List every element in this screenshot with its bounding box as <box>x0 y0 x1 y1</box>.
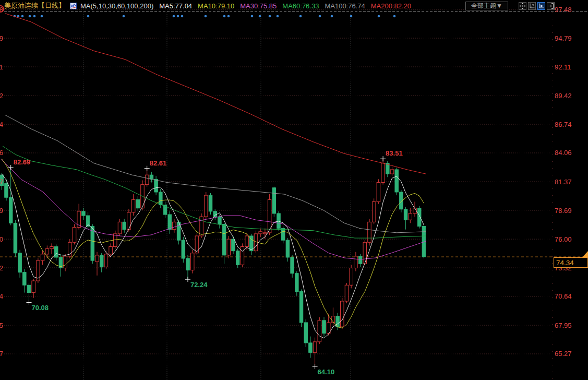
event-dot[interactable] <box>21 15 24 18</box>
candle-body-down[interactable] <box>358 256 362 264</box>
candle-body-down[interactable] <box>272 188 276 213</box>
candle-body-down[interactable] <box>218 217 222 224</box>
event-dot[interactable] <box>227 15 230 18</box>
event-dot[interactable] <box>299 15 302 18</box>
event-dot[interactable] <box>378 15 380 18</box>
candle-body-down[interactable] <box>54 246 58 257</box>
candle-body-up[interactable] <box>190 253 194 270</box>
candle-body-up[interactable] <box>350 268 353 285</box>
candle-body-down[interactable] <box>186 258 190 270</box>
candle-body-up[interactable] <box>145 175 149 184</box>
candle-body-down[interactable] <box>23 272 27 286</box>
candle-body-down[interactable] <box>236 251 239 265</box>
candle-body-down[interactable] <box>222 224 226 255</box>
candle-body-down[interactable] <box>291 257 294 274</box>
candle-body-up[interactable] <box>95 255 99 262</box>
event-dot[interactable] <box>181 15 184 18</box>
move-icon[interactable] <box>519 2 526 10</box>
theme-dropdown[interactable]: 全部主题▼ <box>465 2 508 10</box>
candle-body-up[interactable] <box>109 246 113 254</box>
candle-body-down[interactable] <box>286 240 290 257</box>
candle-body-down[interactable] <box>281 229 285 241</box>
event-dot[interactable] <box>331 15 333 18</box>
candle-body-up[interactable] <box>409 213 412 220</box>
candle-body-down[interactable] <box>168 215 172 230</box>
candle-body-up[interactable] <box>377 183 380 202</box>
candle-body-up[interactable] <box>50 246 54 248</box>
play-chart-icon[interactable] <box>537 2 545 10</box>
event-dot[interactable] <box>29 15 31 18</box>
candle-body-down[interactable] <box>9 197 13 223</box>
event-dot[interactable] <box>223 15 226 18</box>
candle-body-up[interactable] <box>227 239 231 255</box>
candle-body-up[interactable] <box>173 222 176 229</box>
axes-scale-icon[interactable] <box>528 2 536 10</box>
event-dot[interactable] <box>17 15 20 18</box>
candle-body-up[interactable] <box>390 170 394 174</box>
candle-body-down[interactable] <box>213 211 217 217</box>
candle-body-down[interactable] <box>159 192 163 205</box>
candle-body-down[interactable] <box>5 184 8 198</box>
candle-body-down[interactable] <box>182 240 185 258</box>
event-dot[interactable] <box>41 15 43 18</box>
event-dot[interactable] <box>269 15 271 18</box>
candle-body-up[interactable] <box>205 195 208 217</box>
candle-body-up[interactable] <box>241 246 244 265</box>
exit-right-icon[interactable] <box>547 2 555 10</box>
candle-body-down[interactable] <box>100 255 103 267</box>
candle-body-up[interactable] <box>263 233 267 234</box>
candle-body-down[interactable] <box>18 253 22 272</box>
candle-body-down[interactable] <box>309 343 313 352</box>
candle-body-up[interactable] <box>245 236 249 246</box>
event-dot[interactable] <box>277 15 279 18</box>
event-dot[interactable] <box>123 15 125 18</box>
candle-body-up[interactable] <box>341 301 344 327</box>
candle-body-up[interactable] <box>131 199 135 212</box>
candle-body-up[interactable] <box>381 163 385 183</box>
candlestick-chart[interactable]: 82.6970.0882.6172.2483.5164.1097.4897.48… <box>0 0 588 380</box>
candle-body-down[interactable] <box>136 199 140 208</box>
candle-body-up[interactable] <box>327 323 330 333</box>
candle-body-up[interactable] <box>73 228 76 243</box>
candle-body-up[interactable] <box>345 285 349 301</box>
candle-body-down[interactable] <box>123 222 126 229</box>
event-dot[interactable] <box>33 15 36 18</box>
candle-body-up[interactable] <box>259 232 262 234</box>
candle-body-up[interactable] <box>32 281 35 293</box>
event-dot[interactable] <box>350 15 353 18</box>
event-dot[interactable] <box>173 15 175 18</box>
candle-body-down[interactable] <box>395 170 399 192</box>
event-dot[interactable] <box>251 15 254 18</box>
candle-body-up[interactable] <box>118 222 122 234</box>
event-dot[interactable] <box>393 15 396 18</box>
candle-body-down[interactable] <box>404 209 407 220</box>
candle-body-down[interactable] <box>232 239 235 251</box>
candle-body-up[interactable] <box>318 320 321 342</box>
event-dot[interactable] <box>177 15 179 18</box>
event-dot[interactable] <box>319 15 321 18</box>
candle-body-up[interactable] <box>200 217 203 236</box>
candle-body-up[interactable] <box>368 222 371 242</box>
candle-body-up[interactable] <box>104 254 108 267</box>
candle-body-down[interactable] <box>27 285 31 292</box>
candle-body-down[interactable] <box>150 175 153 179</box>
candle-body-down[interactable] <box>295 274 299 292</box>
candle-body-down[interactable] <box>14 223 17 253</box>
candle-body-up[interactable] <box>64 256 67 268</box>
candle-body-up[interactable] <box>354 256 358 268</box>
candle-body-up[interactable] <box>45 249 49 254</box>
candle-body-down[interactable] <box>322 320 326 334</box>
candle-body-up[interactable] <box>313 342 317 352</box>
event-dot[interactable] <box>259 15 261 18</box>
candle-body-down[interactable] <box>299 292 303 323</box>
candle-body-down[interactable] <box>154 179 158 192</box>
candle-body-down[interactable] <box>417 208 421 227</box>
candle-body-down[interactable] <box>336 316 340 327</box>
candle-body-down[interactable] <box>304 323 308 343</box>
candle-body-up[interactable] <box>41 254 44 260</box>
event-dot[interactable] <box>205 15 207 18</box>
candle-body-down[interactable] <box>209 195 212 211</box>
event-dot[interactable] <box>87 15 90 18</box>
candle-body-up[interactable] <box>372 201 376 222</box>
candle-body-down[interactable] <box>82 211 86 216</box>
